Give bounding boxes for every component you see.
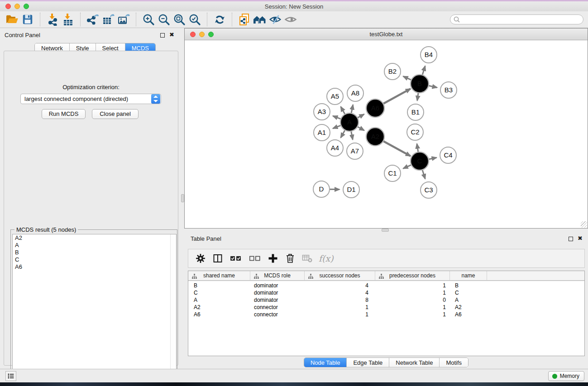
edge-A2-C[interactable]	[383, 141, 411, 156]
table-cell[interactable]: A2	[188, 304, 250, 311]
table-cell[interactable]: B	[188, 282, 250, 289]
result-list-scrollbar[interactable]	[170, 234, 176, 384]
task-history-button[interactable]	[5, 371, 16, 381]
table-cell[interactable]: A	[188, 296, 250, 304]
tab-motifs[interactable]: Motifs	[440, 358, 468, 367]
export-table-button[interactable]	[100, 12, 116, 27]
show-column-dialog-button[interactable]	[212, 253, 224, 264]
window-resize-grip[interactable]	[581, 221, 587, 228]
float-table-panel-icon[interactable]	[569, 237, 573, 241]
delete-table-button[interactable]	[301, 253, 313, 264]
table-row[interactable]: Bdominator41B	[188, 282, 584, 289]
save-session-button[interactable]	[20, 12, 35, 27]
table-cell[interactable]: 0	[375, 296, 450, 304]
tab-network-table[interactable]: Network Table	[389, 358, 440, 367]
table-cell[interactable]: 1	[375, 282, 450, 289]
delete-columns-button[interactable]	[284, 253, 296, 264]
unselect-all-columns-button[interactable]	[248, 253, 262, 264]
run-mcds-button[interactable]: Run MCDS	[42, 109, 86, 119]
edge-A-A3[interactable]	[333, 116, 341, 119]
table-cell[interactable]: dominator	[250, 282, 305, 289]
column-header-MCDS-role[interactable]: MCDS role	[250, 271, 305, 280]
table-cell[interactable]: connector	[250, 304, 305, 311]
column-header-predecessor-nodes[interactable]: predecessor nodes	[375, 271, 450, 280]
new-network-from-selection-button[interactable]	[237, 12, 252, 27]
edge-C-C3[interactable]	[422, 169, 425, 179]
table-cell[interactable]: 8	[305, 296, 375, 304]
close-table-panel-icon[interactable]: ✖	[578, 235, 583, 242]
table-cell[interactable]: 1	[375, 289, 450, 296]
edge-A-A8[interactable]	[351, 105, 353, 114]
zoom-in-button[interactable]	[141, 12, 156, 27]
equation-builder-button[interactable]: f(x)	[319, 253, 334, 263]
edge-A-A4[interactable]	[341, 130, 345, 138]
edge-C-C1[interactable]	[403, 165, 412, 169]
hide-eye-button[interactable]	[268, 12, 283, 27]
search-input[interactable]	[462, 16, 580, 23]
tab-node-table[interactable]: Node Table	[304, 358, 347, 367]
table-options-button[interactable]	[195, 253, 206, 264]
table-cell[interactable]: A	[450, 296, 487, 304]
table-cell[interactable]: A6	[188, 311, 250, 318]
edge-A6-B[interactable]	[383, 89, 411, 104]
tab-edge-table[interactable]: Edge Table	[347, 358, 389, 367]
column-header-shared-name[interactable]: shared name	[188, 271, 250, 280]
show-eye-button[interactable]	[283, 12, 298, 27]
edge-C-C4[interactable]	[428, 157, 437, 159]
table-cell[interactable]: 1	[305, 304, 375, 311]
table-cell[interactable]: 1	[375, 304, 450, 311]
edge-B-B2[interactable]	[403, 76, 412, 81]
open-session-button[interactable]	[5, 12, 20, 27]
edge-A-A5[interactable]	[341, 107, 345, 115]
export-network-button[interactable]	[85, 12, 100, 27]
memory-button[interactable]: Memory	[548, 371, 584, 381]
result-list-item[interactable]: B	[13, 249, 176, 256]
vertical-split-handle[interactable]	[181, 194, 184, 202]
zoom-fit-button[interactable]	[172, 12, 187, 27]
edge-A-A2[interactable]	[357, 126, 364, 130]
edge-C-C2[interactable]	[417, 144, 418, 153]
result-list-item[interactable]: C	[13, 256, 176, 263]
table-row[interactable]: A2connector11A2	[188, 304, 584, 311]
zoom-selected-button[interactable]	[187, 12, 202, 27]
result-list-item[interactable]: A	[13, 242, 176, 249]
table-cell[interactable]: 4	[305, 289, 375, 296]
edge-B-B3[interactable]	[428, 86, 437, 87]
table-row[interactable]: Adominator80A	[188, 296, 584, 304]
close-panel-button[interactable]: Close panel	[92, 109, 139, 119]
edge-A-A7[interactable]	[351, 131, 353, 140]
table-cell[interactable]: connector	[250, 311, 305, 318]
result-list-item[interactable]: A2	[13, 234, 176, 242]
table-row[interactable]: A6connector11A6	[188, 311, 584, 318]
home-view-button[interactable]	[252, 12, 268, 27]
table-cell[interactable]: B	[450, 282, 487, 289]
zoom-out-button[interactable]	[156, 12, 172, 27]
table-cell[interactable]: A2	[450, 304, 487, 311]
float-panel-icon[interactable]	[160, 33, 165, 38]
edge-A-A6[interactable]	[357, 114, 364, 118]
table-row[interactable]: Cdominator41C	[188, 289, 584, 296]
table-cell[interactable]: dominator	[250, 296, 305, 304]
import-table-button[interactable]	[60, 12, 76, 27]
edge-A-A1[interactable]	[333, 125, 341, 129]
mcds-result-list[interactable]: A2ABCA6	[12, 234, 177, 385]
search-box[interactable]	[450, 14, 583, 24]
network-canvas[interactable]: B4B2BB3B1A5A8A6A3AA1A2C2A4A7CC4C1C3DD1	[185, 40, 588, 228]
horizontal-split-handle[interactable]	[382, 229, 389, 232]
table-cell[interactable]: 1	[375, 311, 450, 318]
edge-B-B4[interactable]	[422, 66, 425, 76]
table-cell[interactable]: C	[450, 289, 487, 296]
add-column-button[interactable]	[267, 253, 279, 264]
table-cell[interactable]: 4	[305, 282, 375, 289]
column-header-successor-nodes[interactable]: successor nodes	[305, 271, 375, 280]
edge-B-B1[interactable]	[417, 92, 419, 100]
criterion-dropdown[interactable]: largest connected component (directed)	[20, 94, 161, 104]
table-cell[interactable]: 1	[305, 311, 375, 318]
close-panel-icon[interactable]: ✖	[169, 31, 174, 38]
refresh-layout-button[interactable]	[212, 12, 227, 27]
column-header-name[interactable]: name	[450, 271, 487, 280]
import-network-button[interactable]	[45, 12, 60, 27]
select-all-columns-button[interactable]	[229, 253, 243, 264]
export-image-button[interactable]	[116, 12, 131, 27]
table-cell[interactable]: A6	[450, 311, 487, 318]
